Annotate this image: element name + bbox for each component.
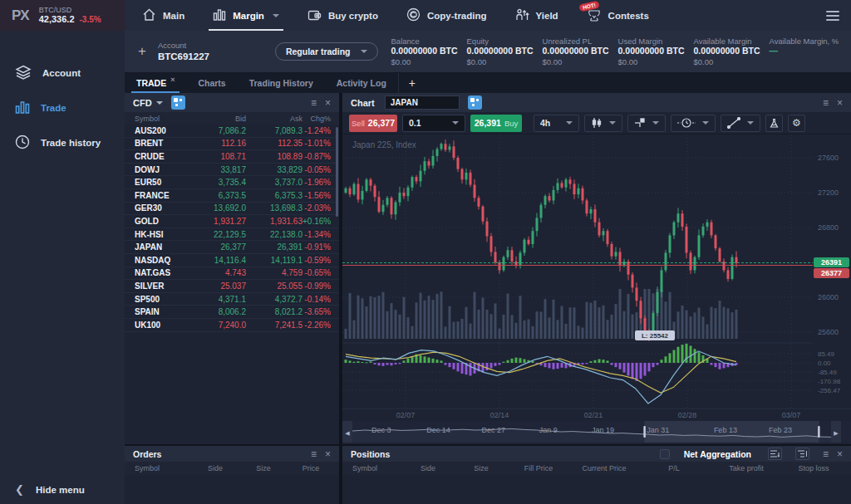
ask-cell: 108.89 xyxy=(246,152,303,161)
ask-cell: 3,737.0 xyxy=(246,178,303,187)
macd-histogram-bar xyxy=(715,363,717,367)
close-panel-icon[interactable]: × xyxy=(837,449,843,459)
close-panel-icon[interactable]: × xyxy=(325,449,331,459)
watchlist-row-gold[interactable]: GOLD1,931.271,931.63+0.16% xyxy=(125,215,339,228)
volume-bar xyxy=(677,311,680,339)
volume-bar xyxy=(619,289,622,339)
sidebar-item-label: Trade history xyxy=(41,138,101,148)
draw-line-select[interactable] xyxy=(721,115,760,132)
tab-activity-log[interactable]: Activity Log xyxy=(325,73,398,93)
watchlist-row-france[interactable]: FRANCE6,373.56,375.3-1.56% xyxy=(125,189,339,203)
stat-sub-value: $0.00 xyxy=(618,57,694,67)
macd-histogram-bar xyxy=(561,363,563,368)
watchlist-row-aus200[interactable]: AUS2007,086.27,089.3-1.24% xyxy=(125,125,339,138)
price-chart[interactable]: 2639126377L: 255422760027200268002600025… xyxy=(342,135,851,444)
add-tab-button[interactable]: + xyxy=(398,73,426,93)
macd-histogram-bar xyxy=(519,358,522,363)
watchlist-row-hk-hsi[interactable]: HK-HSI22,129.522,138.0-1.34% xyxy=(125,228,339,242)
net-aggregation-checkbox[interactable] xyxy=(660,449,670,459)
panel-menu-icon[interactable]: ≡ xyxy=(311,449,317,459)
watchlist-row-uk100[interactable]: UK1007,240.07,241.5-2.26% xyxy=(125,319,339,332)
sell-button[interactable]: Sell 26,377 xyxy=(349,115,397,132)
nav-item-buy-crypto[interactable]: Buy crypto xyxy=(293,0,392,31)
link-symbol-icon[interactable] xyxy=(171,95,185,110)
tab-charts[interactable]: Charts xyxy=(186,73,237,93)
watchlist-scrollbar[interactable] xyxy=(336,127,338,217)
sort-list-button[interactable] xyxy=(768,448,782,460)
candle-body xyxy=(694,257,696,271)
close-tab-icon[interactable]: × xyxy=(170,76,175,84)
link-symbol-icon[interactable] xyxy=(468,95,482,110)
watchlist-row-sp500[interactable]: SP5004,371.14,372.7-0.14% xyxy=(125,293,339,306)
volume-bar xyxy=(395,310,397,339)
volume-bar xyxy=(403,297,406,339)
watchlist-row-eur50[interactable]: EUR503,735.43,737.0-1.96% xyxy=(125,176,339,189)
volume-bar xyxy=(366,306,368,339)
menu-hamburger-icon[interactable] xyxy=(814,0,851,31)
nav-item-copy-trading[interactable]: Copy-trading xyxy=(392,0,501,31)
account-block[interactable]: Account BTC691227 xyxy=(158,41,245,62)
timeframe-select[interactable]: 4h xyxy=(534,115,579,132)
candle-body xyxy=(382,205,385,212)
candle-body xyxy=(582,188,584,201)
close-panel-icon[interactable]: × xyxy=(325,98,331,108)
account-bar: + Account BTC691227 Regular trading Bala… xyxy=(125,31,851,73)
quantity-select[interactable]: 0.1 xyxy=(402,115,465,132)
bid-cell: 6,373.5 xyxy=(193,191,246,200)
nav-item-contests[interactable]: HOT!Contests xyxy=(573,0,663,31)
stat-label: Used Margin xyxy=(618,37,694,46)
watchlist-title[interactable]: CFD xyxy=(133,98,152,108)
macd-histogram-bar xyxy=(644,363,647,375)
buy-button[interactable]: 26,391 Buy xyxy=(470,115,522,132)
watchlist-row-nat.gas[interactable]: NAT.GAS4.7434.759-0.65% xyxy=(125,267,339,281)
watchlist-row-ger30[interactable]: GER3013,692.013,698.3-2.03% xyxy=(125,203,339,216)
nav-item-margin[interactable]: Margin xyxy=(199,0,293,31)
sidebar-item-trade-history[interactable]: Trade history xyxy=(0,125,125,160)
date-axis-label: 03/07 xyxy=(782,411,801,419)
trading-mode-select[interactable]: Regular trading xyxy=(275,42,378,61)
panel-menu-icon[interactable]: ≡ xyxy=(311,98,317,108)
nav-item-yield[interactable]: Yield xyxy=(501,0,573,31)
candle-body xyxy=(727,270,730,279)
close-panel-icon[interactable]: × xyxy=(837,98,843,108)
macd-histogram-bar xyxy=(370,361,372,363)
chg-cell: -0.91% xyxy=(303,242,331,252)
volume-bar xyxy=(582,327,584,339)
chart-symbol-input[interactable] xyxy=(385,95,460,110)
navigator-date-label: Jan 31 xyxy=(647,426,669,434)
navigator-date-label: Feb 13 xyxy=(714,426,737,434)
time-settings-select[interactable] xyxy=(671,115,716,132)
group-list-button[interactable] xyxy=(795,448,809,460)
watchlist-row-nasdaq[interactable]: NASDAQ14,116.414,119.1-0.59% xyxy=(125,254,339,267)
chg-cell: -0.99% xyxy=(303,281,331,291)
panel-menu-icon[interactable]: ≡ xyxy=(823,449,829,459)
watchlist-row-brent[interactable]: BRENT112.16112.35-1.01% xyxy=(125,138,339,151)
macd-histogram-bar xyxy=(449,363,451,367)
tab-trading-history[interactable]: Trading History xyxy=(238,73,325,93)
watchlist-row-spain[interactable]: SPAIN8,006.28,021.2-3.65% xyxy=(125,306,339,319)
add-account-button[interactable]: + xyxy=(125,43,158,60)
tab-trade[interactable]: TRADE× xyxy=(125,73,186,93)
nav-item-main[interactable]: Main xyxy=(128,0,199,31)
candle-body xyxy=(436,149,439,156)
chart-type-select[interactable] xyxy=(584,115,622,132)
candle-body xyxy=(719,248,721,262)
panel-menu-icon[interactable]: ≡ xyxy=(823,98,829,108)
watchlist-row-crude[interactable]: CRUDE108.71108.89-0.87% xyxy=(125,150,339,164)
volume-bar xyxy=(440,291,443,339)
candle-body xyxy=(735,257,738,263)
hide-menu-button[interactable]: ❮ Hide menu xyxy=(15,483,85,496)
indicators-flask-button[interactable] xyxy=(765,115,783,132)
watchlist-row-japan[interactable]: JAPAN26,37726,391-0.91% xyxy=(125,241,339,254)
compare-select[interactable] xyxy=(627,115,666,132)
sidebar-item-account[interactable]: Account xyxy=(0,56,125,91)
watchlist-row-silver[interactable]: SILVER25.03725.055-0.99% xyxy=(125,280,339,293)
volume-bar xyxy=(565,324,568,339)
volume-bar xyxy=(494,303,497,339)
volume-bar xyxy=(698,308,701,339)
watchlist-row-dowj[interactable]: DOWJ33,81733,829-0.05% xyxy=(125,164,339,177)
chart-settings-button[interactable]: ⚙ xyxy=(788,115,805,132)
candle-body xyxy=(627,262,630,275)
sidebar-item-trade[interactable]: Trade xyxy=(0,91,125,125)
macd-histogram-bar xyxy=(432,359,435,363)
